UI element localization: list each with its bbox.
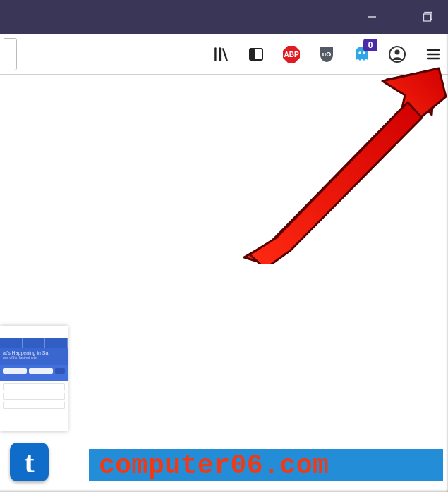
menu-icon: [425, 47, 441, 62]
ublock-icon: uO: [317, 45, 336, 63]
library-button[interactable]: [208, 42, 234, 67]
watermark-text: computer06.com: [99, 450, 329, 481]
window-maximize-button[interactable]: [414, 3, 442, 31]
svg-point-12: [363, 51, 365, 54]
ublock-origin-button[interactable]: uO: [314, 42, 339, 67]
site-badge: t: [10, 443, 49, 481]
watermark-bar: computer06.com: [89, 449, 443, 481]
svg-point-11: [358, 51, 361, 54]
page-preview-thumbnail: at's Happening in Sa ons of fun last-min…: [0, 326, 68, 431]
ghostery-button[interactable]: 0: [349, 42, 375, 67]
account-button[interactable]: [385, 42, 410, 67]
account-icon: [388, 45, 406, 63]
menu-button[interactable]: [423, 42, 444, 67]
sidebar-button[interactable]: [243, 42, 269, 67]
urlbar-fragment[interactable]: [4, 38, 17, 70]
maximize-icon: [423, 11, 434, 23]
ghostery-badge: 0: [363, 39, 377, 51]
preview-tabs: [0, 338, 68, 348]
window-minimize-button[interactable]: [358, 3, 386, 31]
abp-icon: ABP: [281, 44, 301, 64]
site-badge-letter: t: [25, 448, 35, 477]
svg-text:ABP: ABP: [284, 51, 298, 59]
svg-line-5: [223, 49, 226, 60]
sidebar-icon: [248, 46, 265, 63]
adblock-plus-button[interactable]: ABP: [279, 42, 304, 67]
minimize-icon: [366, 11, 377, 23]
svg-rect-2: [424, 14, 431, 21]
library-icon: [212, 45, 230, 63]
preview-subline: ons of fun last-minute: [3, 356, 65, 360]
toolbar-icon-group: ABP uO 0: [208, 42, 444, 67]
bottom-edge-shadow: [0, 489, 448, 492]
window-titlebar: [0, 0, 448, 34]
browser-toolbar: ABP uO 0: [0, 34, 448, 75]
svg-point-14: [395, 49, 400, 54]
svg-rect-7: [250, 49, 255, 60]
svg-text:uO: uO: [322, 51, 332, 58]
